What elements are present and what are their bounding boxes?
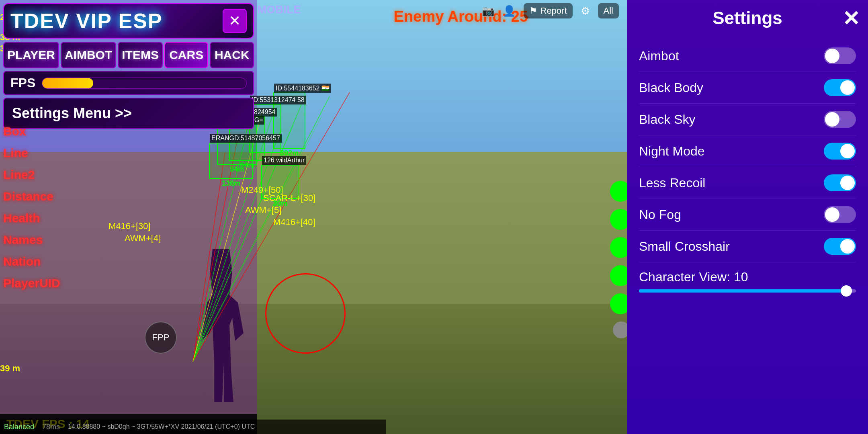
weapon-label-scar1: SCAR-L+[30] <box>263 193 315 203</box>
night-mode-toggle-knob <box>840 144 855 158</box>
small-crosshair-label: Small Crosshair <box>639 239 730 254</box>
weapon-label-m416: M416+[40] <box>273 217 315 227</box>
black-body-toggle-knob <box>840 80 855 95</box>
esp-label-playeruid: PlayerUID <box>3 276 60 290</box>
aimbot-toggle[interactable] <box>824 47 856 64</box>
fps-progress-fill <box>42 78 93 88</box>
esp-label-line2: Line2 <box>3 168 60 182</box>
small-crosshair-toggle[interactable] <box>824 238 856 255</box>
no-fog-toggle[interactable] <box>824 206 856 223</box>
no-fog-label: No Fog <box>639 207 681 222</box>
balance-status: Balanced <box>4 423 34 431</box>
esp-label-nation: Nation <box>3 255 60 268</box>
app-title: TDEV VIP ESP <box>10 9 163 33</box>
camera-icon[interactable]: 📷 <box>482 5 495 17</box>
settings-row-less-recoil: Less Recoil <box>639 167 856 199</box>
settings-row-black-sky: Black Sky <box>639 104 856 135</box>
title-bar: TDEV VIP ESP ✕ <box>3 3 254 39</box>
player-dist-5: 138m <box>222 179 240 188</box>
top-right-bar: 📷 👤 ⚑ Report ⚙ All <box>482 3 619 18</box>
tab-aimbot[interactable]: AIMBOT <box>61 42 116 68</box>
esp-label-names: Names <box>3 233 60 247</box>
black-sky-toggle[interactable] <box>824 111 856 128</box>
aimbot-toggle-knob <box>825 49 839 63</box>
fps-progress-bar <box>42 78 247 89</box>
black-body-toggle[interactable] <box>824 79 856 96</box>
night-mode-toggle[interactable] <box>824 143 856 160</box>
bottom-bar: Balanced 78ms 14.0.88880 ~ sbD0qh ~ 3GT/… <box>0 420 386 434</box>
tab-cars[interactable]: CARS <box>164 42 209 68</box>
report-icon: ⚑ <box>529 6 537 16</box>
esp-label-line: Line <box>3 146 60 160</box>
tab-hack[interactable]: HACK <box>210 42 254 68</box>
esp-label-distance: Distance <box>3 190 60 203</box>
player-label-2: ID:5531312474 58 <box>250 96 306 104</box>
cheat-panel: TDEV VIP ESP ✕ PLAYER AIMBOT ITEMS CARS … <box>0 0 257 131</box>
esp-box-5: ERANGD:51487056457 138m <box>209 143 253 179</box>
fps-bar-container: FPS <box>3 71 254 95</box>
player-label-1: ID:5544183652 🇮🇳 <box>274 84 331 93</box>
black-body-label: Black Body <box>639 80 703 95</box>
esp-labels-container: Box Line Line2 Distance Health Names Nat… <box>3 125 60 298</box>
aimbot-label: Aimbot <box>639 49 679 63</box>
fpp-button[interactable]: FPP <box>145 321 177 354</box>
night-mode-label: Night Mode <box>639 144 705 159</box>
settings-row-no-fog: No Fog <box>639 199 856 231</box>
less-recoil-toggle[interactable] <box>824 174 856 191</box>
tab-items[interactable]: ITEMS <box>118 42 163 68</box>
mobile-label: MOBILE <box>257 3 301 16</box>
dist-39m-2: 39 m <box>0 363 20 374</box>
fps-value-bottom: 78ms <box>42 423 60 431</box>
settings-row-aimbot: Aimbot <box>639 40 856 72</box>
nav-tabs: PLAYER AIMBOT ITEMS CARS HACK <box>3 42 254 68</box>
report-button[interactable]: ⚑ Report <box>524 3 573 18</box>
radar-circle <box>265 273 346 354</box>
black-sky-label: Black Sky <box>639 112 695 127</box>
settings-close-button[interactable]: ✕ <box>842 6 860 31</box>
gear-icon[interactable]: ⚙ <box>581 5 590 17</box>
less-recoil-label: Less Recoil <box>639 176 705 190</box>
weapon-label-awm: AWM+[5] <box>245 205 281 215</box>
settings-panel: Settings ✕ Aimbot Black Body Black Sky N… <box>627 0 868 434</box>
character-view-row: Character View: 10 <box>639 262 856 300</box>
weapon-label-awm-2: AWM+[4] <box>125 233 161 244</box>
settings-row-night-mode: Night Mode <box>639 135 856 167</box>
esp-label-box: Box <box>3 125 60 138</box>
settings-row-small-crosshair: Small Crosshair <box>639 231 856 262</box>
report-label: Report <box>540 6 567 16</box>
less-recoil-toggle-knob <box>840 176 855 190</box>
character-view-label: Character View: 10 <box>639 270 856 285</box>
coord-info: 14.0.88880 ~ sbD0qh ~ 3GT/55W+*XV 2021/0… <box>68 423 255 430</box>
character-view-fill <box>639 289 845 293</box>
tab-player[interactable]: PLAYER <box>3 42 59 68</box>
player-label-5: ERANGD:51487056457 <box>210 134 282 143</box>
character-view-thumb[interactable] <box>841 285 852 297</box>
fps-label: FPS <box>10 76 35 90</box>
character-view-slider[interactable] <box>639 289 856 293</box>
esp-label-health: Health <box>3 211 60 225</box>
no-fog-toggle-knob <box>825 207 839 222</box>
player-label-6: 126 wildArthur <box>262 156 306 165</box>
settings-title: Settings <box>639 8 856 28</box>
all-button[interactable]: All <box>598 3 619 18</box>
weapon-label-m416-2: M416+[30] <box>108 221 151 231</box>
settings-row-black-body: Black Body <box>639 72 856 104</box>
person-icon: 👤 <box>503 5 516 17</box>
small-crosshair-toggle-knob <box>840 239 855 254</box>
black-sky-toggle-knob <box>825 112 839 127</box>
panel-close-button[interactable]: ✕ <box>223 9 247 33</box>
